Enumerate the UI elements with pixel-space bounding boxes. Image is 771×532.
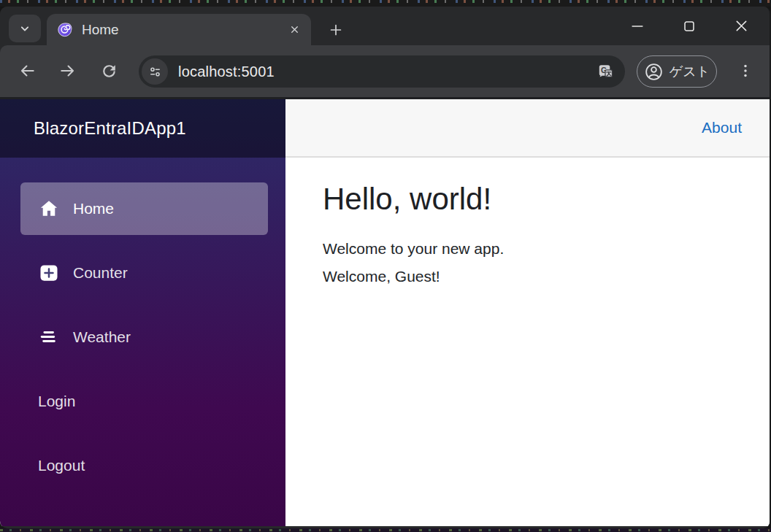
- arrow-left-icon: [18, 61, 37, 80]
- maximize-icon: [681, 18, 697, 34]
- sidebar: BlazorEntraIDApp1 Home C: [0, 99, 285, 526]
- page-content: BlazorEntraIDApp1 Home C: [0, 99, 770, 526]
- minimize-icon: [629, 18, 645, 34]
- reload-button[interactable]: [93, 55, 124, 86]
- blazor-favicon-icon: [56, 21, 73, 38]
- window-close-button[interactable]: [720, 9, 762, 43]
- background-window-top-sliver: [0, 0, 771, 7]
- reload-icon: [100, 62, 118, 80]
- tab-search-button[interactable]: [9, 15, 41, 42]
- maximize-button[interactable]: [668, 9, 710, 43]
- tune-icon: [147, 64, 163, 80]
- page-title: Hello, world!: [323, 182, 755, 217]
- house-icon: [38, 198, 60, 220]
- sidebar-item-label: Home: [73, 200, 114, 217]
- address-bar[interactable]: localhost:5001 G: [139, 55, 625, 88]
- translate-icon: G: [597, 63, 615, 80]
- sidebar-item-label: Weather: [73, 328, 131, 346]
- welcome-text: Welcome to your new app.: [323, 235, 755, 263]
- list-icon: [38, 326, 60, 348]
- arrow-right-icon: [58, 61, 77, 80]
- kebab-menu-icon: [737, 63, 753, 79]
- nav-menu: Home Counter: [0, 158, 285, 504]
- sidebar-item-counter[interactable]: Counter: [20, 247, 268, 299]
- sidebar-item-home[interactable]: Home: [20, 182, 268, 235]
- app-brand[interactable]: BlazorEntraIDApp1: [34, 118, 186, 139]
- profile-label: ゲスト: [670, 63, 710, 80]
- person-circle-icon: [644, 62, 664, 82]
- clipped-text-sliver: [0, 529, 771, 531]
- clipped-text-sliver: [0, 0, 771, 3]
- main-top-bar: About: [285, 99, 770, 158]
- welcome-user-text: Welcome, Guest!: [323, 263, 755, 290]
- profile-button[interactable]: ゲスト: [637, 55, 717, 88]
- sidebar-item-weather[interactable]: Weather: [20, 311, 268, 363]
- plus-icon: [328, 22, 344, 38]
- about-link[interactable]: About: [702, 119, 742, 136]
- window-controls: [616, 7, 762, 45]
- tab-close-button[interactable]: [285, 20, 304, 39]
- main-area: About Hello, world! Welcome to your new …: [285, 99, 770, 526]
- back-button[interactable]: [12, 55, 42, 86]
- browser-tab-home[interactable]: Home: [47, 14, 311, 45]
- tab-strip: Home: [0, 7, 770, 45]
- browser-menu-button[interactable]: [730, 55, 761, 86]
- plus-square-icon: [38, 262, 60, 284]
- sidebar-item-label: Counter: [73, 264, 128, 282]
- close-icon: [734, 18, 749, 34]
- sidebar-item-label: Login: [38, 393, 75, 410]
- forward-button[interactable]: [53, 55, 83, 86]
- url-text: localhost:5001: [178, 63, 593, 80]
- sidebar-header: BlazorEntraIDApp1: [0, 99, 285, 158]
- browser-window: Home: [0, 7, 771, 528]
- tab-title: Home: [82, 22, 285, 38]
- browser-toolbar: localhost:5001 G: [0, 45, 770, 99]
- sidebar-item-login[interactable]: Login: [20, 375, 268, 428]
- chevron-down-icon: [18, 21, 32, 36]
- sidebar-item-logout[interactable]: Logout: [20, 439, 268, 492]
- article: Hello, world! Welcome to your new app. W…: [285, 158, 770, 290]
- site-info-button[interactable]: [142, 58, 168, 85]
- background-window-bottom-sliver: [0, 528, 771, 532]
- new-tab-button[interactable]: [323, 18, 348, 42]
- minimize-button[interactable]: [616, 9, 659, 43]
- translate-button[interactable]: G: [593, 58, 619, 85]
- sidebar-item-label: Logout: [38, 457, 85, 474]
